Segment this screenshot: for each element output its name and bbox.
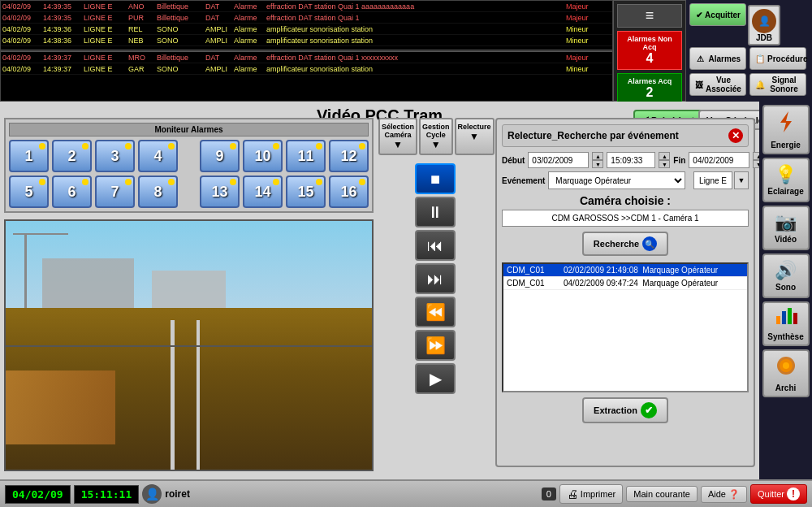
camera-button-2[interactable]: 2 <box>52 140 92 172</box>
camera-button-14[interactable]: 14 <box>243 176 283 208</box>
jdb-icon: 👤 <box>752 9 776 33</box>
alarm-menu-icon[interactable]: ≡ <box>617 4 682 28</box>
rewind-button[interactable]: ⏪ <box>415 297 456 327</box>
relecture-button[interactable]: Relecture ▼ <box>455 118 495 155</box>
relecture-panel: Relecture_Recherche par événement ✕ Débu… <box>495 118 755 467</box>
signal-sonore-button[interactable]: 🔔 Signal Sonore <box>749 73 806 96</box>
camera-button-5[interactable]: 5 <box>9 176 49 208</box>
graffiti-wall <box>6 370 115 445</box>
camera-button-4[interactable]: 4 <box>138 140 178 172</box>
debut-label: Début <box>502 156 525 165</box>
spin-down[interactable]: ▼ <box>659 160 670 168</box>
aide-button[interactable]: Aide ❓ <box>701 486 747 503</box>
alarm-row[interactable]: 04/02/09 14:39:37 LIGNE E MRO Billettiqu… <box>1 52 612 63</box>
main-courante-button[interactable]: Main courante <box>626 486 698 502</box>
camera-button-1[interactable]: 1 <box>9 140 49 172</box>
results-list[interactable]: CDM_C01 02/02/2009 21:49:08 Marquage Opé… <box>502 262 749 392</box>
sidebar-item-energie[interactable]: Energie <box>762 105 810 154</box>
track-line-2 <box>197 320 201 470</box>
camera-button-12[interactable]: 12 <box>329 140 369 172</box>
fin-date-input[interactable] <box>689 152 749 168</box>
help-icon: ❓ <box>728 489 740 500</box>
camera-button-6[interactable]: 6 <box>52 176 92 208</box>
selection-camera-button[interactable]: Sélection Caméra ▼ <box>378 118 417 155</box>
result-cam-id: CDM_C01 <box>507 279 564 288</box>
camera-button-7[interactable]: 7 <box>95 176 135 208</box>
debut-time-spinner: ▲ ▼ <box>659 152 670 168</box>
svg-rect-2 <box>782 311 786 324</box>
username-label: roiret <box>165 488 190 500</box>
relecture-title: Relecture_Recherche par événement <box>508 130 679 141</box>
procedure-icon: 📋 <box>755 51 765 66</box>
camera-button-9[interactable]: 9 <box>200 140 240 172</box>
evenement-dropdown-container: Marquage Opérateur <box>548 171 685 189</box>
cam-gap <box>181 140 197 172</box>
camera-button-16[interactable]: 16 <box>329 176 369 208</box>
alarm-row[interactable]: 04/02/09 14:39:36 LIGNE E REL SONO AMPLI… <box>1 24 612 35</box>
close-button[interactable]: ✕ <box>728 128 743 143</box>
play-button[interactable]: ▶ <box>415 363 456 394</box>
extraction-button[interactable]: Extraction ✔ <box>582 397 668 423</box>
video-preview <box>4 219 374 471</box>
sidebar-item-synthese[interactable]: Synthèse <box>762 301 810 346</box>
alarm-row[interactable]: 04/02/09 14:39:35 LIGNE E PUR Billettiqu… <box>1 12 612 24</box>
alarm-acq-box[interactable]: Alarmes Acq 2 <box>617 73 682 104</box>
synthese-icon <box>775 306 797 331</box>
energie-icon <box>774 110 798 139</box>
sono-icon: 🔊 <box>775 260 797 281</box>
prev-frame-button[interactable]: ⏮ <box>415 230 456 261</box>
debut-date-spinner: ▲ ▼ <box>592 152 603 168</box>
camera-choisie-label: Caméra choisie : <box>502 194 749 207</box>
camera-value-box: CDM GAROSSOS >>CDM 1 - Caméra 1 <box>502 210 749 227</box>
camera-button-15[interactable]: 15 <box>286 176 326 208</box>
bottom-time: 15:11:11 <box>74 485 140 504</box>
result-info: 02/02/2009 21:49:08 Marquage Opérateur <box>564 266 744 275</box>
sidebar-item-video[interactable]: 📷 Vidéo <box>762 206 810 250</box>
alarm-count-badge: 0 <box>542 488 556 500</box>
camera-button-3[interactable]: 3 <box>95 140 135 172</box>
spin-up[interactable]: ▲ <box>592 152 603 160</box>
rewind-icon: ⏪ <box>425 302 446 322</box>
svg-point-7 <box>783 362 789 369</box>
camera-button-11[interactable]: 11 <box>286 140 326 172</box>
alarm-row[interactable]: 04/02/09 14:39:37 LIGNE E GAR SONO AMPLI… <box>1 63 612 75</box>
camera-grid: Moniteur Alarmes 1 2 3 4 9 10 11 12 5 6 … <box>4 118 374 213</box>
camera-row-2: 5 6 7 8 13 14 15 16 <box>9 176 369 208</box>
camera-button-10[interactable]: 10 <box>243 140 283 172</box>
spin-up[interactable]: ▲ <box>659 152 670 160</box>
selection-row: Sélection Caméra ▼ Gestion Cycle ▼ Relec… <box>378 118 492 155</box>
result-row[interactable]: CDM_C01 04/02/2009 09:47:24 Marquage Opé… <box>503 277 747 290</box>
evenement-select[interactable]: Marquage Opérateur <box>548 171 685 189</box>
crane-pole <box>24 233 27 308</box>
quitter-button[interactable]: Quitter ! <box>750 484 807 504</box>
recherche-button[interactable]: Recherche 🔍 <box>582 232 668 256</box>
procedure-button[interactable]: 📋 Procédure <box>749 47 806 70</box>
alarmes-button[interactable]: ⚠ Alarmes <box>689 47 746 70</box>
transport-controls: ■ ⏸ ⏮ ⏭ ⏪ ⏩ ▶ <box>378 163 492 394</box>
debut-date-input[interactable] <box>528 152 589 168</box>
camera-button-8[interactable]: 8 <box>138 176 178 208</box>
alarm-nonacq-box[interactable]: Alarmes Non Acq 4 <box>617 31 682 70</box>
stop-button[interactable]: ■ <box>415 163 456 194</box>
debut-time-input[interactable] <box>607 152 655 168</box>
camera-button-13[interactable]: 13 <box>200 176 240 208</box>
play-icon: ▶ <box>430 369 442 388</box>
check-icon: ✔ <box>695 7 702 22</box>
imprimer-button[interactable]: 🖨 Imprimer <box>559 484 623 504</box>
sidebar-item-sono[interactable]: 🔊 Sono <box>762 254 810 298</box>
result-row[interactable]: CDM_C01 02/02/2009 21:49:08 Marquage Opé… <box>503 264 747 277</box>
ligne-dropdown-arrow[interactable]: ▼ <box>734 171 749 189</box>
spin-down[interactable]: ▼ <box>592 160 603 168</box>
controls-panel: Sélection Caméra ▼ Gestion Cycle ▼ Relec… <box>378 118 492 467</box>
gestion-cycle-button[interactable]: Gestion Cycle ▼ <box>419 118 453 155</box>
acquitter-button[interactable]: ✔ Acquitter <box>689 3 746 26</box>
alarm-row[interactable]: 04/02/09 14:39:35 LIGNE E ANO Billettiqu… <box>1 1 612 12</box>
next-frame-button[interactable]: ⏭ <box>415 263 456 294</box>
sidebar-item-archi[interactable]: Archi <box>762 349 810 397</box>
result-info: 04/02/2009 09:47:24 Marquage Opérateur <box>564 279 744 288</box>
pause-button[interactable]: ⏸ <box>415 197 456 228</box>
fast-forward-button[interactable]: ⏩ <box>415 330 456 361</box>
sidebar-item-eclairage[interactable]: 💡 Eclairage <box>762 158 810 202</box>
vue-associee-button[interactable]: 🖼 Vue Associée <box>689 73 746 96</box>
alarm-row[interactable]: 04/02/09 14:38:36 LIGNE E NEB SONO AMPLI… <box>1 35 612 46</box>
